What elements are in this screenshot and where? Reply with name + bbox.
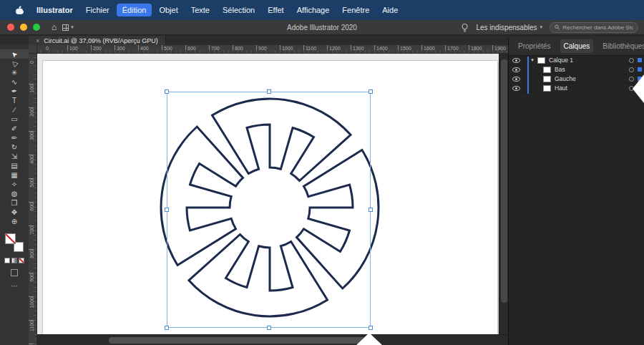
paintbrush-tool[interactable]: ✐ bbox=[0, 124, 29, 133]
selection-handle-nw[interactable] bbox=[165, 89, 169, 94]
blend-tool[interactable]: ◍ bbox=[0, 189, 29, 198]
menu-texte[interactable]: Texte bbox=[185, 4, 215, 16]
tab-proprietes[interactable]: Propriétés bbox=[514, 39, 555, 53]
menu-objet[interactable]: Objet bbox=[153, 4, 183, 16]
pencil-tool[interactable]: ✏ bbox=[0, 133, 29, 142]
color-button[interactable] bbox=[4, 258, 10, 263]
layer-thumbnail[interactable] bbox=[543, 67, 551, 73]
ruler-label: 1000 bbox=[29, 297, 34, 308]
gradient-tool[interactable]: ▤ bbox=[0, 161, 29, 170]
layer-name[interactable]: Haut bbox=[555, 84, 567, 92]
direct-selection-tool[interactable]: ▷ bbox=[0, 59, 29, 68]
layer-thumbnail[interactable] bbox=[537, 57, 545, 64]
document-tab[interactable]: × Circuit.ai @ 37,09% (RVB/Aperçu GPU) bbox=[29, 36, 166, 45]
selection-handle-n[interactable] bbox=[267, 89, 271, 94]
menu-aide[interactable]: Aide bbox=[376, 4, 404, 16]
tool-list: ➤▷✳∿✒T∕▭✐✏↻⇲▤▦✧◍❒✥⊕ bbox=[0, 49, 29, 226]
scale-tool[interactable]: ⇲ bbox=[0, 152, 29, 161]
menu-selection[interactable]: Sélection bbox=[217, 4, 260, 16]
ruler-corner[interactable] bbox=[29, 45, 37, 54]
layer-name[interactable]: Calque 1 bbox=[549, 57, 573, 64]
ruler-label: 400 bbox=[29, 155, 34, 164]
layer-thumbnail[interactable] bbox=[543, 76, 551, 82]
disclosure-triangle-icon[interactable]: ▾ bbox=[529, 57, 536, 63]
canvas-area[interactable] bbox=[37, 54, 508, 345]
fill-none-swatch[interactable] bbox=[5, 233, 16, 244]
eye-icon[interactable] bbox=[512, 86, 520, 91]
visibility-cell[interactable] bbox=[509, 65, 525, 74]
vertical-scrollbar[interactable] bbox=[499, 54, 508, 345]
selection-tool[interactable]: ➤ bbox=[0, 49, 29, 59]
target-circle-icon[interactable] bbox=[629, 67, 634, 72]
menu-edition[interactable]: Édition bbox=[117, 4, 152, 16]
fill-stroke-indicator[interactable] bbox=[5, 233, 24, 252]
ruler-label: 900 bbox=[29, 273, 34, 282]
tab-bibliotheques[interactable]: Bibliothèques bbox=[599, 39, 644, 53]
hand-tool[interactable]: ✥ bbox=[0, 208, 29, 217]
menu-fenetre[interactable]: Fenêtre bbox=[336, 4, 375, 16]
selection-handle-ne[interactable] bbox=[369, 89, 373, 94]
selection-handle-se[interactable] bbox=[369, 326, 373, 330]
selection-chip[interactable] bbox=[638, 58, 642, 62]
search-input[interactable]: Rechercher dans Adobe Stock bbox=[550, 22, 638, 33]
pen-tool[interactable]: ✒ bbox=[0, 87, 29, 96]
eye-icon[interactable] bbox=[512, 58, 520, 63]
lightbulb-icon[interactable] bbox=[461, 23, 469, 32]
eye-icon[interactable] bbox=[512, 77, 520, 82]
horizontal-scrollbar[interactable] bbox=[37, 334, 508, 345]
menu-illustrator[interactable]: Illustrator bbox=[31, 4, 79, 16]
rotate-tool[interactable]: ↻ bbox=[0, 142, 29, 152]
ruler-vertical[interactable]: 010020030040050060070080090010001100 bbox=[29, 54, 37, 345]
layer-row-bas[interactable]: Bas bbox=[509, 65, 644, 74]
selection-handle-e[interactable] bbox=[369, 208, 373, 212]
target-circle-icon[interactable] bbox=[629, 58, 634, 63]
selection-handle-sw[interactable] bbox=[165, 326, 169, 330]
selection-handle-w[interactable] bbox=[165, 208, 169, 212]
mesh-tool[interactable]: ▦ bbox=[0, 170, 29, 180]
window-zoom-button[interactable] bbox=[33, 24, 40, 31]
layer-row-gauche[interactable]: Gauche bbox=[509, 74, 644, 84]
menu-affichage[interactable]: Affichage bbox=[291, 4, 336, 16]
menu-effet[interactable]: Effet bbox=[262, 4, 289, 16]
workspace-switcher[interactable]: Les indispensables ▾ bbox=[476, 24, 542, 31]
draw-mode-button[interactable] bbox=[11, 269, 18, 276]
arrange-documents-button[interactable]: ▾ bbox=[62, 24, 74, 31]
ruler-label: 800 bbox=[235, 46, 243, 51]
type-tool[interactable]: T bbox=[0, 96, 29, 105]
ruler-label: 1500 bbox=[400, 46, 411, 51]
visibility-cell[interactable] bbox=[509, 56, 525, 65]
eye-icon[interactable] bbox=[512, 67, 520, 72]
menu-fichier[interactable]: Fichier bbox=[80, 4, 115, 16]
visibility-cell[interactable] bbox=[509, 74, 525, 84]
magic-wand-tool[interactable]: ✳ bbox=[0, 68, 29, 77]
rectangle-tool[interactable]: ▭ bbox=[0, 115, 29, 124]
layer-row-haut[interactable]: Haut bbox=[509, 84, 644, 93]
artboard-tool[interactable]: ❒ bbox=[0, 198, 29, 208]
selection-handle-s[interactable] bbox=[267, 326, 271, 330]
zoom-tool[interactable]: ⊕ bbox=[0, 217, 29, 226]
selection-bounding-box[interactable] bbox=[167, 92, 371, 328]
apple-menu[interactable] bbox=[10, 6, 29, 15]
gradient-button[interactable] bbox=[11, 258, 17, 263]
layer-name[interactable]: Bas bbox=[555, 66, 565, 73]
apple-logo-icon bbox=[16, 6, 24, 15]
lasso-tool[interactable]: ∿ bbox=[0, 77, 29, 87]
visibility-cell[interactable] bbox=[509, 84, 525, 93]
layer-thumbnail[interactable] bbox=[543, 85, 551, 92]
close-icon[interactable]: × bbox=[36, 37, 39, 44]
eyedropper-tool[interactable]: ✧ bbox=[0, 180, 29, 189]
selection-chip[interactable] bbox=[638, 67, 642, 72]
line-segment-tool[interactable]: ∕ bbox=[0, 105, 29, 115]
horizontal-scrollbar-thumb[interactable] bbox=[109, 337, 366, 344]
none-button[interactable] bbox=[19, 258, 24, 263]
window-minimize-button[interactable] bbox=[20, 24, 27, 31]
layer-name[interactable]: Gauche bbox=[555, 75, 576, 82]
application-bar: ⌂ ▾ Adobe Illustrator 2020 Les indispens… bbox=[0, 20, 644, 36]
more-tools-button[interactable]: ⋯ bbox=[11, 282, 18, 290]
layer-row-calque1[interactable]: ▾ Calque 1 bbox=[509, 56, 644, 65]
tab-calques[interactable]: Calques bbox=[560, 39, 594, 53]
home-icon[interactable]: ⌂ bbox=[52, 22, 57, 32]
ruler-horizontal[interactable]: 0100200300400500600700800900100011001200… bbox=[37, 45, 508, 54]
window-close-button[interactable] bbox=[7, 24, 14, 31]
vertical-scrollbar-thumb[interactable] bbox=[501, 59, 507, 303]
